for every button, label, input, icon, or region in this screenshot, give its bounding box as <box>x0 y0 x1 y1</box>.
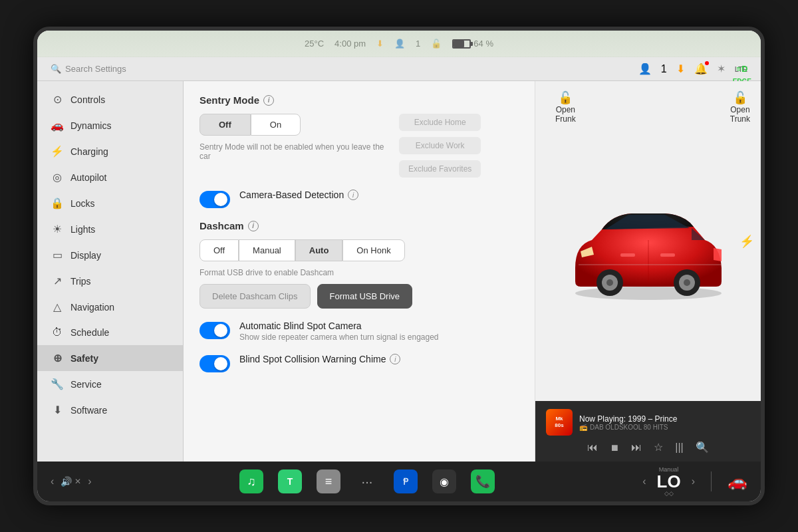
gear-display: Manual LO ◇◇ <box>657 466 681 497</box>
more-apps-button[interactable]: ··· <box>355 469 379 493</box>
sidebar-label-locks: Locks <box>70 198 95 209</box>
controls-icon: ⊙ <box>51 93 64 106</box>
sidebar-label-trips: Trips <box>70 276 91 287</box>
album-art-text: Mk80s <box>555 416 563 428</box>
dashcam-info-icon[interactable]: i <box>248 221 259 231</box>
exclude-favorites-button[interactable]: Exclude Favorites <box>399 160 481 178</box>
sentry-mode-title: Sentry Mode <box>200 94 259 106</box>
mute-icon[interactable]: ✕ <box>74 477 81 486</box>
sidebar-item-schedule[interactable]: ⏱ Schedule <box>37 320 183 345</box>
sidebar-label-controls: Controls <box>70 94 105 105</box>
header-icons: 👤 1 ⬇ 🔔 ✶ LTE <box>638 63 747 75</box>
navigation-icon: △ <box>51 301 64 313</box>
music-source-text: DAB OLDSKOOL 80 HITS <box>590 424 668 431</box>
gear-prev-button[interactable]: ‹ <box>642 475 646 487</box>
trips-icon: ↗ <box>51 275 64 287</box>
notes-app[interactable]: ≡ <box>317 469 340 493</box>
usb-buttons: Delete Dashcam Clips Format USB Drive <box>200 284 519 309</box>
blind-spot-camera-toggle[interactable] <box>200 322 230 339</box>
search-music-button[interactable]: 🔍 <box>696 441 709 454</box>
sidebar-item-navigation[interactable]: △ Navigation <box>37 294 183 320</box>
sidebar-label-software: Software <box>70 405 107 416</box>
tasks-app[interactable]: T <box>278 469 302 493</box>
svg-point-0 <box>575 287 722 300</box>
dynamics-icon: 🚗 <box>51 119 64 132</box>
sentry-mode-section: Sentry Mode i <box>200 94 519 106</box>
sentry-note: Sentry Mode will not be enabled when you… <box>200 142 386 161</box>
sidebar-label-autopilot: Autopilot <box>70 172 106 183</box>
sidebar-item-service[interactable]: 🔧 Service <box>37 371 183 397</box>
music-text: Now Playing: 1999 – Prince 📻 DAB OLDSKOO… <box>579 414 750 431</box>
dashcam-mode-group: Off Manual Auto On Honk <box>200 239 519 261</box>
open-trunk-button[interactable]: 🔓 Open Trunk <box>730 90 750 124</box>
chime-info-icon[interactable]: i <box>390 354 400 364</box>
software-icon: ⬇ <box>51 404 64 416</box>
sentry-info-icon[interactable]: i <box>263 95 274 106</box>
sidebar-item-charging[interactable]: ⚡ Charging <box>37 138 183 164</box>
car-taskbar-icon[interactable]: 🚗 <box>728 472 747 491</box>
notification-icon-wrapper: 🔔 <box>694 63 708 75</box>
taskbar-left: ‹ 🔊 ✕ › <box>51 475 92 487</box>
music-source: 📻 DAB OLDSKOOL 80 HITS <box>579 424 750 431</box>
music-controls: ⏮ ⏹ ⏭ ☆ ||| 🔍 <box>546 441 750 454</box>
dashcam-manual-button[interactable]: Manual <box>239 239 295 261</box>
blind-spot-chime-row: Blind Spot Collision Warning Chime i <box>200 354 519 372</box>
format-usb-button[interactable]: Format USB Drive <box>317 284 412 309</box>
download-header-icon: ⬇ <box>676 63 685 75</box>
blind-spot-chime-knob <box>214 357 227 370</box>
sidebar-item-display[interactable]: ▭ Display <box>37 242 183 268</box>
gear-next-button[interactable]: › <box>692 475 695 487</box>
dashcam-off-button[interactable]: Off <box>200 239 239 261</box>
open-frunk-button[interactable]: 🔓 Open Frunk <box>555 90 576 124</box>
phone-app[interactable]: 📞 <box>471 469 495 493</box>
dashcam-honk-button[interactable]: On Honk <box>342 239 404 261</box>
locks-icon: 🔒 <box>51 197 64 209</box>
taskbar-right: ‹ Manual LO ◇◇ › 🚗 <box>642 466 747 497</box>
equalizer-button[interactable]: ||| <box>675 442 683 454</box>
favorite-button[interactable]: ☆ <box>654 441 663 454</box>
prev-track-button[interactable]: ⏮ <box>587 442 598 454</box>
blind-spot-chime-toggle[interactable] <box>200 355 230 372</box>
sidebar-item-locks[interactable]: 🔒 Locks <box>37 190 183 216</box>
exclude-home-button[interactable]: Exclude Home <box>399 114 481 131</box>
headlights-icon: ≡D <box>736 64 747 74</box>
secondary-header: 🔍 Search Settings 👤 1 ⬇ 🔔 ✶ LTE <box>37 57 761 81</box>
person-header-icon: 👤 <box>638 63 652 75</box>
next-track-button[interactable]: ⏭ <box>631 442 642 454</box>
search-box[interactable]: 🔍 Search Settings <box>51 64 126 74</box>
display-icon: ▭ <box>51 249 64 261</box>
camera-app[interactable]: ◉ <box>432 469 456 493</box>
service-icon: 🔧 <box>51 378 64 390</box>
stop-button[interactable]: ⏹ <box>610 442 619 453</box>
sidebar-item-controls[interactable]: ⊙ Controls <box>37 86 183 112</box>
dashcam-auto-button[interactable]: Auto <box>295 239 343 261</box>
camera-detection-info-icon[interactable]: i <box>348 190 358 200</box>
sidebar-label-service: Service <box>70 379 102 390</box>
sidebar: ⊙ Controls 🚗 Dynamics ⚡ Charging ◎ Autop… <box>37 81 184 462</box>
sidebar-item-trips[interactable]: ↗ Trips <box>37 268 183 294</box>
sentry-off-button[interactable]: Off <box>200 114 251 136</box>
radio-icon: 📻 <box>579 424 587 431</box>
taskbar-prev-button[interactable]: ‹ <box>51 475 54 487</box>
sidebar-item-dynamics[interactable]: 🚗 Dynamics <box>37 112 183 138</box>
sidebar-item-autopilot[interactable]: ◎ Autopilot <box>37 164 183 190</box>
delete-dashcam-button[interactable]: Delete Dashcam Clips <box>200 284 311 309</box>
sidebar-label-schedule: Schedule <box>70 327 109 338</box>
sidebar-label-display: Display <box>70 250 101 261</box>
exclude-work-button[interactable]: Exclude Work <box>399 137 481 154</box>
sentry-on-button[interactable]: On <box>251 114 301 136</box>
sidebar-item-software[interactable]: ⬇ Software <box>37 397 183 423</box>
safety-icon: ⊕ <box>51 352 64 364</box>
sidebar-item-lights[interactable]: ☀ Lights <box>37 216 183 242</box>
svg-rect-8 <box>620 253 635 257</box>
settings-content: Sentry Mode i Off On Sentry Mode will no… <box>184 81 535 462</box>
bluetooth-app[interactable]: Ᵽ <box>394 469 418 493</box>
camera-detection-toggle[interactable] <box>200 191 230 208</box>
sidebar-item-safety[interactable]: ⊕ Safety <box>37 345 183 371</box>
trunk-label: Trunk <box>730 114 750 124</box>
taskbar-apps: ♫ T ≡ ··· Ᵽ ◉ 📞 <box>92 469 643 493</box>
spotify-app[interactable]: ♫ <box>239 469 263 493</box>
screen-bezel: 25°C 4:00 pm ⬇ 👤 1 🔓 64 % 🔍 Search Setti… <box>33 27 765 505</box>
dashcam-section: Dashcam i Off Manual Auto On Honk Format… <box>200 220 519 309</box>
camera-detection-knob <box>214 193 227 206</box>
